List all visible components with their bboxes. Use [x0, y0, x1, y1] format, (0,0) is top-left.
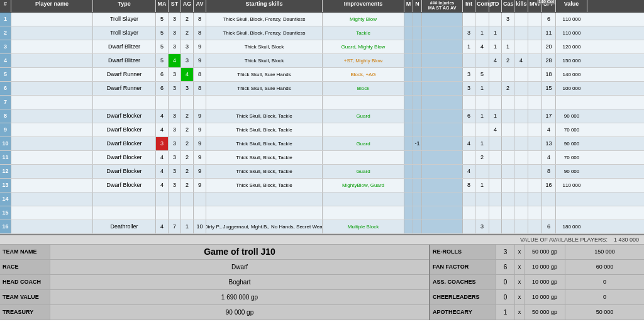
player-value: 70 000	[556, 151, 587, 164]
race-value: Dwarf	[50, 262, 429, 272]
player-mvp	[528, 165, 542, 178]
player-comp: 3	[475, 220, 489, 233]
player-value: 90 000	[556, 165, 587, 178]
player-spp	[542, 192, 556, 206]
player-value	[556, 192, 587, 206]
player-kills	[514, 151, 528, 164]
header-m: M	[404, 0, 413, 12]
header-imp: Improvements	[323, 0, 404, 12]
table-row: 1Troll Slayer5328Thick Skull, Block, Fre…	[0, 13, 644, 26]
player-type: Deathroller	[93, 220, 156, 233]
player-type	[93, 206, 156, 220]
player-spp: 8	[542, 165, 556, 178]
player-value: 100 000	[556, 82, 587, 95]
player-ma	[156, 96, 169, 109]
rerolls-x: x	[515, 245, 525, 259]
player-value: 90 000	[556, 109, 587, 123]
header-skills: Starting skills	[206, 0, 323, 12]
header-inj: ### injuriesMA ST AG AV	[422, 0, 463, 12]
player-kills	[514, 26, 528, 40]
player-int: 6	[463, 109, 475, 123]
player-td	[489, 165, 502, 178]
player-comp	[475, 96, 489, 109]
player-kills	[514, 165, 528, 178]
apo-gp: 50 000 gp	[525, 305, 565, 320]
player-ma: 4	[156, 179, 169, 192]
player-ma: 4	[156, 123, 169, 137]
header-td: TD	[489, 0, 502, 12]
player-injuries	[422, 13, 463, 26]
player-type	[93, 192, 156, 206]
player-injuries	[422, 192, 463, 206]
header-cas: Cas	[502, 0, 514, 12]
player-name	[11, 137, 93, 150]
player-comp	[475, 206, 489, 220]
rerolls-num: 3	[496, 245, 515, 259]
treasury-label: TREASURY	[0, 305, 50, 320]
fan-row: FAN FACTOR 6 x 10 000 gp 60 000	[430, 260, 644, 275]
row-number: 11	[0, 151, 11, 164]
player-improvements: MightyBlow, Guard	[323, 179, 404, 192]
player-ma	[156, 192, 169, 206]
player-int	[463, 54, 475, 67]
player-name	[11, 192, 93, 206]
player-td: 1	[489, 26, 502, 40]
player-value: 120 000	[556, 40, 587, 53]
player-injuries	[422, 68, 463, 81]
player-n	[413, 82, 422, 95]
player-spp: 13	[542, 137, 556, 150]
available-label: VALUE OF AVAILABLE PLAYERS:	[520, 237, 608, 243]
player-cas	[502, 192, 514, 206]
row-number: 10	[0, 137, 11, 150]
player-spp: 17	[542, 109, 556, 123]
player-injuries	[422, 151, 463, 164]
player-type: Dwarf Blocker	[93, 151, 156, 164]
player-value: 110 000	[556, 179, 587, 192]
team-value-row: TEAM VALUE 1 690 000 gp	[0, 290, 429, 305]
player-skills: Thick Skull, Block, Tackle	[206, 151, 323, 164]
available-row: VALUE OF AVAILABLE PLAYERS: 1 430 000	[0, 235, 644, 245]
player-m	[404, 109, 413, 123]
player-kills	[514, 96, 528, 109]
player-int: 3	[463, 68, 475, 81]
player-int	[463, 96, 475, 109]
player-ag: 2	[181, 109, 194, 123]
player-st: 3	[169, 40, 181, 53]
player-ag	[181, 192, 194, 206]
player-cas	[502, 96, 514, 109]
player-kills	[514, 192, 528, 206]
cheer-row: CHEERLEADERS 0 x 10 000 gp 0	[430, 290, 644, 305]
team-value-label: TEAM VALUE	[0, 290, 50, 304]
player-int	[463, 13, 475, 26]
player-improvements: Multiple Block	[323, 220, 404, 233]
player-skills: Thick Skull, Block, Frenzy, Dauntless	[206, 26, 323, 40]
player-skills: Loner, Br. Tckl, Dirty P., Juggernaut, M…	[206, 220, 323, 233]
player-cas: 2	[502, 82, 514, 95]
player-skills: Thick Skull, Sure Hands	[206, 68, 323, 81]
player-injuries	[422, 220, 463, 233]
row-number: 5	[0, 68, 11, 81]
header-int: Int	[463, 0, 475, 12]
table-row: 16Deathroller47110Loner, Br. Tckl, Dirty…	[0, 220, 644, 234]
player-m	[404, 96, 413, 109]
player-td	[489, 151, 502, 164]
table-row: 8Dwarf Blocker4329Thick Skull, Block, Ta…	[0, 109, 644, 123]
player-mvp	[528, 206, 542, 220]
team-name-row: TEAM NAME Game of troll J10	[0, 245, 429, 260]
apo-label: APOTHECARY	[430, 305, 496, 320]
player-n	[413, 206, 422, 220]
fan-num: 6	[496, 260, 515, 274]
player-kills	[514, 40, 528, 53]
player-spp: 6	[542, 13, 556, 26]
cheer-label: CHEERLEADERS	[430, 290, 496, 304]
player-cas	[502, 220, 514, 233]
cheer-num: 0	[496, 290, 515, 304]
ass-val: 0	[565, 275, 644, 289]
player-skills	[206, 206, 323, 220]
player-ma: 4	[156, 109, 169, 123]
player-name	[11, 165, 93, 178]
player-type: Dwarf Blitzer	[93, 54, 156, 67]
player-st: 3	[169, 26, 181, 40]
player-av: 9	[194, 109, 206, 123]
apo-num: 1	[496, 305, 515, 320]
